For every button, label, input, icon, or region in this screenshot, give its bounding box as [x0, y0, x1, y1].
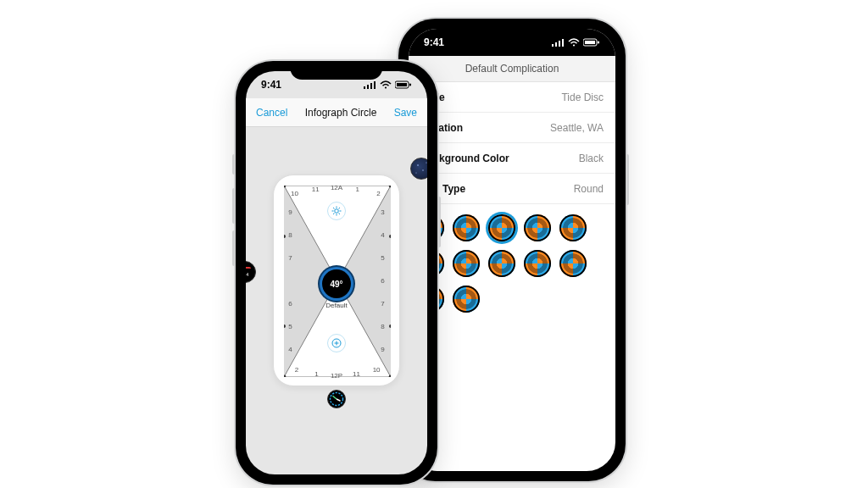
plus-icon: [331, 338, 342, 348]
volume-down-button: [232, 230, 236, 266]
svg-rect-2: [559, 41, 560, 47]
phone-frame-left: 9:41 Cancel Infograph Circle Save: [236, 61, 437, 485]
center-caption: Default: [326, 302, 347, 309]
nav-bar: Cancel Infograph Circle Save: [246, 98, 427, 127]
clock-hour: 9: [288, 208, 292, 216]
row-value: Seattle, WA: [550, 122, 604, 134]
tide-disc-option[interactable]: [488, 250, 515, 277]
row-value: Round: [574, 183, 604, 195]
clock-hour: 9: [381, 345, 384, 352]
svg-point-4: [573, 44, 575, 46]
svg-rect-8: [364, 86, 365, 89]
gauge-icon: [329, 391, 344, 407]
svg-line-36: [339, 214, 341, 215]
svg-point-21: [284, 186, 286, 187]
section-header: Default Complication: [409, 56, 615, 82]
row-value: Black: [579, 152, 604, 164]
clock-hour: 5: [288, 322, 292, 330]
clock-hour: 12P: [331, 372, 342, 380]
clock-hour: 10: [373, 366, 381, 374]
clock-hour: 1: [314, 369, 318, 377]
clock-hour: 10: [291, 189, 298, 197]
tide-disc-option[interactable]: [453, 250, 480, 277]
clock-hour: 4: [288, 345, 292, 352]
svg-rect-0: [552, 44, 554, 47]
svg-point-16: [417, 164, 419, 166]
svg-rect-3: [562, 39, 564, 47]
notch: [459, 19, 564, 37]
status-time: 9:41: [261, 79, 281, 91]
svg-line-35: [333, 208, 335, 209]
svg-line-37: [333, 214, 335, 215]
svg-point-18: [422, 169, 423, 170]
clock-hour: 8: [381, 322, 384, 330]
svg-point-19: [416, 173, 417, 174]
complication-top-center[interactable]: [327, 202, 346, 220]
complication-bottom-center[interactable]: [327, 334, 346, 352]
clock-hour: 3: [381, 208, 384, 216]
tide-disc-option[interactable]: [488, 214, 515, 241]
clock-hour: 11: [312, 186, 320, 193]
tide-disc-option[interactable]: [524, 250, 551, 277]
svg-point-12: [385, 86, 387, 88]
svg-point-24: [389, 375, 391, 377]
save-button[interactable]: Save: [394, 107, 417, 119]
clock-hour: 4: [381, 231, 384, 239]
row-location[interactable]: Location Seattle, WA: [409, 113, 615, 143]
svg-rect-10: [370, 83, 372, 89]
clock-hour: 1: [356, 186, 359, 193]
watch-face-editor: 354: [246, 127, 427, 474]
complication-top-right[interactable]: [410, 158, 427, 180]
cellular-icon: [552, 38, 565, 47]
tide-disc-option[interactable]: [559, 250, 587, 277]
power-button: [626, 154, 629, 205]
svg-line-38: [339, 208, 341, 209]
clock-hour: 6: [381, 277, 384, 285]
svg-line-43: [333, 396, 337, 399]
svg-point-22: [389, 186, 391, 187]
clock-hour: 2: [376, 189, 380, 197]
clock-hour: 5: [381, 254, 384, 262]
clock-hour: 7: [381, 299, 384, 307]
row-style[interactable]: Style Tide Disc: [409, 82, 615, 113]
clock-hour: 2: [295, 366, 298, 374]
nav-title: Infograph Circle: [305, 107, 377, 119]
tide-disc-option[interactable]: [524, 214, 551, 241]
stars-icon: [411, 158, 427, 180]
svg-rect-11: [374, 81, 376, 89]
clock-hour: 7: [288, 254, 292, 262]
compass-value: 354: [246, 272, 248, 277]
svg-rect-1: [555, 42, 557, 47]
svg-line-44: [337, 399, 341, 401]
cancel-button[interactable]: Cancel: [256, 107, 287, 119]
temperature-value: 49°: [330, 280, 342, 289]
svg-point-17: [426, 162, 426, 163]
complication-bottom-outside[interactable]: [327, 390, 346, 408]
battery-icon: [395, 80, 412, 89]
clock-hour: 6: [288, 299, 292, 307]
power-button: [437, 197, 441, 247]
complication-left-compass[interactable]: 354: [246, 261, 256, 283]
gear-icon: [331, 206, 342, 216]
row-background-color[interactable]: Background Color Black: [409, 143, 615, 174]
tide-disc-option[interactable]: [453, 286, 480, 313]
clock-hour: 11: [353, 369, 360, 377]
wifi-icon: [568, 38, 580, 47]
volume-up-button: [232, 188, 236, 224]
svg-rect-15: [409, 84, 411, 86]
svg-rect-7: [598, 42, 599, 44]
row-value: Tide Disc: [561, 92, 604, 103]
clock-hour: 12A: [331, 184, 342, 191]
complication-center-temperature[interactable]: 49°: [322, 269, 351, 298]
cellular-icon: [364, 80, 376, 89]
clock-hour: 8: [288, 231, 292, 239]
svg-point-23: [284, 375, 286, 377]
notch: [290, 61, 382, 80]
tide-disc-option[interactable]: [559, 214, 587, 241]
wifi-icon: [380, 80, 392, 89]
svg-point-30: [335, 209, 339, 214]
tide-disc-option[interactable]: [453, 214, 480, 241]
status-time: 9:41: [424, 36, 444, 48]
svg-rect-6: [585, 41, 595, 44]
svg-rect-14: [397, 83, 407, 86]
